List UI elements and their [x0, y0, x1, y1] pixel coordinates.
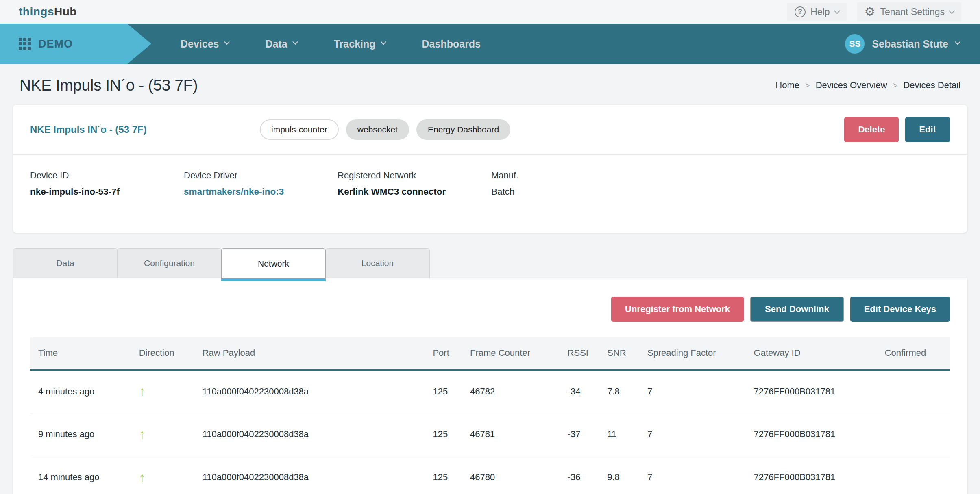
table-header: Time Direction Raw Payload Port Frame Co…	[30, 337, 950, 370]
col-rssi: RSSI	[560, 337, 599, 370]
cell-direction: ↑	[131, 370, 194, 413]
cell-gateway-id: 7276FF000B031781	[746, 413, 877, 456]
avatar: SS	[845, 34, 865, 54]
col-raw-payload: Raw Payload	[194, 337, 425, 370]
tenant-settings-menu[interactable]: ⚙ Tenant Settings	[857, 2, 961, 21]
col-time: Time	[30, 337, 131, 370]
col-confirmed: Confirmed	[877, 337, 950, 370]
cell-raw-payload: 110a000f0402230008d38a	[194, 456, 425, 494]
page-content: NKE Impuls IN´o - (53 7F) Home > Devices…	[0, 64, 980, 494]
grid-icon	[19, 38, 31, 50]
page-head: NKE Impuls IN´o - (53 7F) Home > Devices…	[13, 64, 967, 105]
nav-item-dashboards[interactable]: Dashboards	[422, 38, 481, 50]
cell-frame-counter: 46782	[462, 370, 560, 413]
chevron-down-icon	[949, 7, 955, 14]
edit-device-keys-button[interactable]: Edit Device Keys	[850, 297, 950, 322]
breadcrumb-home[interactable]: Home	[775, 80, 799, 91]
cell-rssi: -37	[560, 413, 599, 456]
col-port: Port	[425, 337, 462, 370]
app-logo[interactable]: thingsHub	[19, 5, 77, 18]
cell-rssi: -36	[560, 456, 599, 494]
cell-rssi: -34	[560, 370, 599, 413]
field-device-id: Device ID nke-impuls-ino-53-7f	[30, 170, 184, 197]
table-row: 9 minutes ago ↑ 110a000f0402230008d38a 1…	[30, 413, 950, 456]
cell-confirmed	[877, 413, 950, 456]
nav-items: Devices Data Tracking Dashboards	[181, 38, 481, 50]
field-label: Registered Network	[338, 170, 491, 181]
top-bar: thingsHub ? Help ⚙ Tenant Settings	[0, 0, 980, 24]
device-card-header: NKE Impuls IN´o - (53 7F) impuls-counter…	[30, 105, 950, 154]
field-label: Manuf.	[491, 170, 645, 181]
cell-direction: ↑	[131, 456, 194, 494]
cell-confirmed	[877, 456, 950, 494]
gear-icon: ⚙	[865, 6, 875, 18]
help-icon: ?	[795, 6, 806, 17]
col-direction: Direction	[131, 337, 194, 370]
cell-frame-counter: 46781	[462, 413, 560, 456]
device-fields: Device ID nke-impuls-ino-53-7f Device Dr…	[30, 155, 950, 233]
col-spreading-factor: Spreading Factor	[639, 337, 746, 370]
table-body: 4 minutes ago ↑ 110a000f0402230008d38a 1…	[30, 370, 950, 494]
device-driver-link[interactable]: smartmakers/nke-ino:3	[184, 186, 338, 197]
chevron-down-icon	[955, 39, 960, 45]
cell-gateway-id: 7276FF000B031781	[746, 370, 877, 413]
device-summary-card: NKE Impuls IN´o - (53 7F) impuls-counter…	[13, 105, 967, 233]
field-value: nke-impuls-ino-53-7f	[30, 186, 184, 197]
network-actions: Unregister from Network Send Downlink Ed…	[30, 297, 950, 322]
user-menu[interactable]: SS Sebastian Stute	[845, 34, 960, 54]
field-registered-network: Registered Network Kerlink WMC3 connecto…	[338, 170, 491, 197]
delete-button[interactable]: Delete	[844, 117, 899, 142]
cell-raw-payload: 110a000f0402230008d38a	[194, 370, 425, 413]
help-label: Help	[810, 6, 830, 17]
nav-item-data[interactable]: Data	[266, 38, 297, 50]
device-tags: impuls-counter websocket Energy Dashboar…	[260, 119, 510, 140]
cell-port: 125	[425, 413, 462, 456]
chevron-down-icon	[834, 7, 840, 14]
cell-port: 125	[425, 456, 462, 494]
user-name: Sebastian Stute	[872, 38, 948, 50]
field-value: Kerlink WMC3 connector	[338, 186, 491, 197]
nav-item-label: Devices	[181, 38, 219, 50]
tag-energy-dashboard: Energy Dashboard	[416, 119, 510, 140]
nav-item-tracking[interactable]: Tracking	[334, 38, 385, 50]
breadcrumb-separator: >	[893, 81, 898, 90]
tag-impuls-counter: impuls-counter	[260, 119, 339, 140]
help-menu[interactable]: ? Help	[787, 3, 846, 21]
uplink-arrow-icon: ↑	[139, 427, 146, 442]
cell-time: 14 minutes ago	[30, 456, 131, 494]
cell-raw-payload: 110a000f0402230008d38a	[194, 413, 425, 456]
device-actions: Delete Edit	[844, 117, 950, 142]
cell-snr: 7.8	[599, 370, 639, 413]
unregister-from-network-button[interactable]: Unregister from Network	[611, 297, 744, 322]
nav-item-devices[interactable]: Devices	[181, 38, 229, 50]
breadcrumb-devices-detail: Devices Detail	[903, 80, 960, 91]
main-navbar: DEMO Devices Data Tracking Dashboards SS…	[0, 24, 980, 64]
cell-snr: 11	[599, 413, 639, 456]
tab-network[interactable]: Network	[221, 248, 326, 281]
table-row: 14 minutes ago ↑ 110a000f0402230008d38a …	[30, 456, 950, 494]
chevron-down-icon	[380, 39, 386, 45]
tab-data[interactable]: Data	[13, 248, 118, 278]
tenant-switcher[interactable]: DEMO	[0, 24, 151, 64]
field-value: Batch	[491, 186, 645, 197]
edit-button[interactable]: Edit	[905, 117, 950, 142]
cell-frame-counter: 46780	[462, 456, 560, 494]
field-label: Device Driver	[184, 170, 338, 181]
cell-time: 4 minutes ago	[30, 370, 131, 413]
network-messages-table: Time Direction Raw Payload Port Frame Co…	[30, 337, 950, 494]
tab-location[interactable]: Location	[325, 248, 430, 278]
logo-things: things	[19, 5, 54, 18]
nav-item-label: Dashboards	[422, 38, 481, 50]
tab-configuration[interactable]: Configuration	[117, 248, 222, 278]
cell-confirmed	[877, 370, 950, 413]
logo-hub: Hub	[54, 5, 77, 18]
breadcrumb-separator: >	[805, 81, 810, 90]
col-gateway-id: Gateway ID	[746, 337, 877, 370]
nav-item-label: Tracking	[334, 38, 376, 50]
send-downlink-button[interactable]: Send Downlink	[750, 297, 844, 322]
cell-time: 9 minutes ago	[30, 413, 131, 456]
breadcrumb-devices-overview[interactable]: Devices Overview	[816, 80, 887, 91]
cell-direction: ↑	[131, 413, 194, 456]
tag-websocket: websocket	[346, 119, 409, 140]
breadcrumb: Home > Devices Overview > Devices Detail	[775, 80, 960, 91]
